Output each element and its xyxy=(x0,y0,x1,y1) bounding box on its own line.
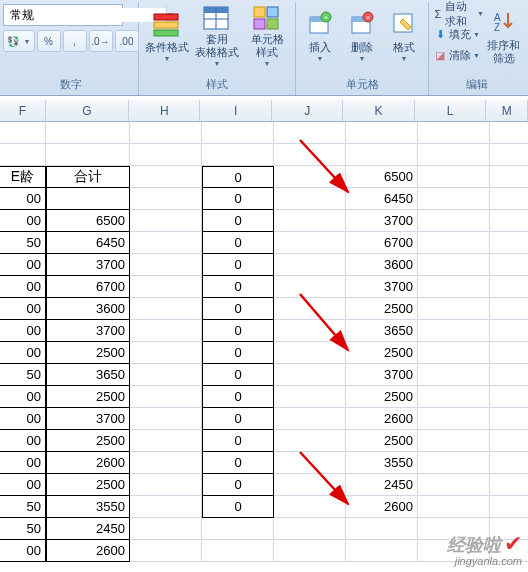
cell[interactable] xyxy=(130,122,202,144)
data-cell[interactable]: 0 xyxy=(202,474,274,496)
cell[interactable] xyxy=(490,430,528,452)
cell[interactable] xyxy=(274,386,346,408)
data-cell[interactable]: 50 xyxy=(0,364,46,386)
column-header[interactable]: H xyxy=(129,100,200,121)
data-cell[interactable]: 3650 xyxy=(46,364,130,386)
cell[interactable] xyxy=(490,254,528,276)
data-cell[interactable]: 6700 xyxy=(46,276,130,298)
cell[interactable] xyxy=(418,188,490,210)
data-cell[interactable]: 2500 xyxy=(346,342,418,364)
data-cell[interactable]: 0 xyxy=(202,166,274,188)
comma-button[interactable]: , xyxy=(63,30,87,52)
data-cell[interactable]: 0 xyxy=(202,276,274,298)
data-cell[interactable]: 3550 xyxy=(46,496,130,518)
data-cell[interactable]: 00 xyxy=(0,254,46,276)
decrease-decimal-button[interactable]: .00 xyxy=(115,30,139,52)
cell[interactable] xyxy=(274,254,346,276)
data-cell[interactable]: 00 xyxy=(0,210,46,232)
column-header[interactable]: F xyxy=(0,100,46,121)
data-cell[interactable]: 2500 xyxy=(46,430,130,452)
data-cell[interactable]: 2500 xyxy=(346,298,418,320)
cell[interactable] xyxy=(130,188,202,210)
data-cell[interactable]: 0 xyxy=(202,408,274,430)
cell[interactable] xyxy=(418,364,490,386)
data-cell[interactable]: 3700 xyxy=(46,408,130,430)
cell[interactable] xyxy=(418,166,490,188)
cell[interactable] xyxy=(418,386,490,408)
cell[interactable] xyxy=(130,452,202,474)
cell[interactable] xyxy=(130,210,202,232)
data-cell[interactable]: 00 xyxy=(0,320,46,342)
cell[interactable] xyxy=(418,298,490,320)
cell[interactable] xyxy=(274,320,346,342)
cell[interactable] xyxy=(418,474,490,496)
cell[interactable] xyxy=(202,122,274,144)
autosum-button[interactable]: Σ自动求和▼ xyxy=(433,4,484,23)
data-cell[interactable]: 0 xyxy=(202,430,274,452)
data-cell[interactable]: 50 xyxy=(0,496,46,518)
cell[interactable] xyxy=(130,364,202,386)
column-header[interactable]: I xyxy=(200,100,271,121)
data-cell[interactable]: 00 xyxy=(0,298,46,320)
data-cell[interactable]: 2500 xyxy=(346,386,418,408)
cell[interactable] xyxy=(202,518,274,540)
data-cell[interactable]: 50 xyxy=(0,518,46,540)
cell[interactable] xyxy=(274,166,346,188)
data-cell[interactable]: 6500 xyxy=(346,166,418,188)
cell[interactable] xyxy=(274,188,346,210)
cell[interactable] xyxy=(202,144,274,166)
data-cell[interactable]: 00 xyxy=(0,386,46,408)
cell[interactable] xyxy=(274,144,346,166)
cell[interactable] xyxy=(490,342,528,364)
cell[interactable] xyxy=(274,518,346,540)
data-cell[interactable]: 3700 xyxy=(346,276,418,298)
column-header[interactable]: J xyxy=(272,100,343,121)
cell[interactable] xyxy=(490,210,528,232)
cell[interactable] xyxy=(274,452,346,474)
data-cell[interactable]: 0 xyxy=(202,386,274,408)
cell[interactable] xyxy=(490,298,528,320)
data-cell[interactable]: 00 xyxy=(0,342,46,364)
cell[interactable] xyxy=(346,518,418,540)
cell[interactable] xyxy=(130,144,202,166)
cell[interactable] xyxy=(274,474,346,496)
data-cell[interactable]: 0 xyxy=(202,298,274,320)
cell[interactable] xyxy=(0,122,46,144)
cell[interactable] xyxy=(418,320,490,342)
data-cell[interactable]: 0 xyxy=(202,364,274,386)
data-cell[interactable]: 00 xyxy=(0,474,46,496)
data-cell[interactable]: 00 xyxy=(0,276,46,298)
data-cell[interactable]: 3550 xyxy=(346,452,418,474)
data-cell[interactable]: 0 xyxy=(202,188,274,210)
cell[interactable] xyxy=(130,540,202,562)
cell[interactable] xyxy=(346,144,418,166)
cell[interactable] xyxy=(130,430,202,452)
cell[interactable] xyxy=(274,298,346,320)
cell[interactable] xyxy=(490,386,528,408)
sort-filter-button[interactable]: AZ 排序和 筛选 xyxy=(486,4,521,66)
format-as-table-button[interactable]: 套用 表格格式 ▼ xyxy=(193,4,241,66)
format-cells-button[interactable]: 格式 ▼ xyxy=(384,4,424,66)
cell[interactable] xyxy=(130,386,202,408)
data-cell[interactable]: 00 xyxy=(0,430,46,452)
cell[interactable] xyxy=(490,144,528,166)
data-cell[interactable]: 6450 xyxy=(46,232,130,254)
data-cell[interactable]: 合计 xyxy=(46,166,130,188)
data-cell[interactable]: 2500 xyxy=(46,386,130,408)
cell[interactable] xyxy=(490,122,528,144)
cell[interactable] xyxy=(274,496,346,518)
data-cell[interactable]: 0 xyxy=(202,254,274,276)
cell[interactable] xyxy=(274,430,346,452)
data-cell[interactable]: 50 xyxy=(0,232,46,254)
cell[interactable] xyxy=(202,540,274,562)
cell[interactable] xyxy=(490,166,528,188)
cell[interactable] xyxy=(418,408,490,430)
cell[interactable] xyxy=(274,364,346,386)
column-header[interactable]: K xyxy=(343,100,414,121)
data-cell[interactable]: 3700 xyxy=(346,364,418,386)
cell[interactable] xyxy=(418,496,490,518)
cell[interactable] xyxy=(418,254,490,276)
percent-button[interactable]: % xyxy=(37,30,61,52)
delete-cells-button[interactable]: × 删除 ▼ xyxy=(342,4,382,66)
cell[interactable] xyxy=(490,276,528,298)
